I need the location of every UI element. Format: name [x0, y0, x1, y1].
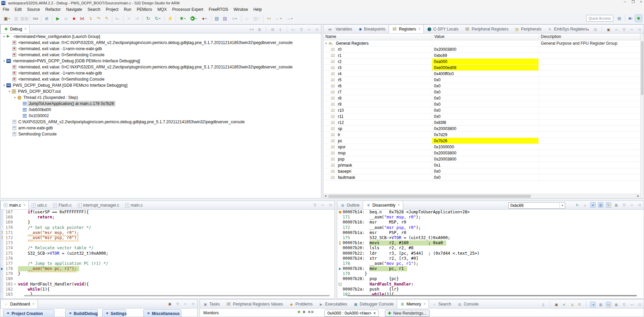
editor-tab-main-c[interactable]: cmain.c — [122, 201, 145, 209]
debug-tree-item[interactable]: 0x1030002 — [0, 113, 321, 119]
editor-tab-flash-c[interactable]: cFlash.c — [50, 201, 75, 209]
disassembly-line[interactable]: 00007b24: str r2, [r3, #0] — [337, 256, 644, 261]
editor-line[interactable]: 177 /* Jump to application PC (r1) */ — [0, 261, 335, 266]
register-row[interactable]: psp0x20003800 — [323, 156, 640, 162]
menu-navigate[interactable]: Navigate — [63, 6, 85, 13]
disassembly-line[interactable]: 00007b16: msr MSP, r0 — [337, 220, 644, 225]
last-edit-icon[interactable]: ↤ — [265, 15, 273, 22]
debug-tree-item[interactable]: <terminated, exit value: -1>arm-none-eab… — [0, 70, 321, 76]
close-icon[interactable]: × — [423, 302, 426, 306]
track-expression-icon[interactable]: ⇄ — [590, 202, 596, 208]
back-icon[interactable]: ←▾ — [273, 15, 283, 22]
relaunch-icon[interactable]: ↻ — [144, 15, 152, 22]
disassembly-line[interactable]: 00007b1e: movs r2, #160 ; 0xa0 — [337, 240, 644, 246]
debug-tree-item[interactable]: Semihosting Console — [0, 131, 321, 137]
disassembly-line[interactable]: 00007b2a: push {lr} — [337, 287, 644, 292]
expander-icon[interactable]: ▾ — [323, 42, 329, 45]
disassembly-line[interactable]: 171 __asm("msr msp, r0"); — [337, 215, 644, 220]
annotate-icon[interactable]: ▱ — [243, 15, 251, 22]
debug-tree-item[interactable]: C:\NXP\S32DS_ARM_v2.2\eclipse\plugins\co… — [0, 119, 321, 125]
minimize-view-icon[interactable]: ─ — [629, 27, 635, 32]
open-resource-icon[interactable]: ▤ — [221, 15, 229, 22]
editor-line[interactable]: 181⊖void HardFault_Handler(void){ — [0, 282, 335, 287]
tab-memory[interactable]: ▥Memory× — [397, 299, 429, 308]
terminate-icon[interactable]: ■ — [70, 15, 78, 22]
expander-icon[interactable]: ▾ — [13, 96, 17, 99]
register-row[interactable]: pc0x7b26 — [323, 138, 640, 144]
debug-tree-item[interactable]: arm-none-eabi-gdb — [0, 125, 321, 131]
tab-breakpoints[interactable]: Breakpoints — [355, 25, 388, 33]
editor-line[interactable]: 169 } — [0, 220, 335, 225]
new-wizard-icon[interactable]: ▣▾ — [2, 15, 12, 22]
debug-tree-item[interactable]: <terminated, exit value: 0>Semihosting C… — [0, 76, 321, 82]
register-row[interactable]: r30xe000ed08 — [323, 65, 640, 71]
tab-executables[interactable]: ▶Executables — [316, 300, 350, 308]
instruction-stepping-icon[interactable]: i→ — [114, 15, 121, 22]
registers-vscrollbar[interactable] — [640, 34, 644, 198]
tab-peripherals[interactable]: ▤Peripherals — [511, 25, 545, 33]
new-view-icon[interactable]: ▣ — [606, 27, 611, 32]
debug-tree-item[interactable]: ▾<terminated>PWS_DCPP_Debug [GDB PEMicro… — [0, 58, 321, 64]
tab-problems[interactable]: ◆Problems — [286, 300, 316, 308]
column-header-name[interactable]: Name — [323, 34, 432, 40]
code-editor[interactable]: 167 if(userSP == 0xFFFFFFFF){168 return;… — [0, 210, 335, 298]
debug-tree-item[interactable]: <terminated, exit value: 0>C:\NXP\S32DS_… — [0, 40, 321, 46]
maximize-view-icon[interactable]: □ — [314, 27, 320, 32]
editor-tab-interrupt-manager-c[interactable]: cinterrupt_manager.c — [75, 201, 122, 209]
disassembly-line[interactable]: 00007b26: mov pc, r1 — [337, 266, 644, 271]
tab-registers[interactable]: 10100101Registers× — [389, 24, 424, 33]
dashboard-button-settings[interactable]: Settings — [102, 309, 126, 317]
register-row[interactable]: r70x0 — [323, 89, 640, 95]
step-into-icon[interactable]: ↴ — [87, 15, 94, 22]
tab-c-spy-locals[interactable]: C-SPY Locals — [424, 25, 461, 33]
editor-line[interactable]: ?171 __asm("msr msp, r0"); — [0, 230, 335, 235]
debug-tree-item[interactable]: 0xb500bd00 — [0, 107, 321, 113]
close-icon[interactable]: × — [373, 311, 376, 316]
disassembly-address-combo[interactable]: 0xbc69 ▼ — [508, 202, 565, 209]
tab-outline[interactable]: ⊞Outline — [337, 201, 363, 209]
editor-line[interactable]: 173 — [0, 240, 335, 246]
close-button[interactable]: × — [640, 0, 642, 4]
chevron-down-icon[interactable]: ▼ — [559, 203, 565, 208]
disassembly-line[interactable]: 00007b20: lsls r2, r2, #8 — [337, 246, 644, 251]
collapse-all-registers-icon[interactable]: ⊟ — [593, 27, 598, 32]
profile-config-icon[interactable]: ●▾ — [199, 15, 209, 22]
menu-edit[interactable]: Edit — [12, 6, 24, 13]
maximize-view-icon[interactable]: □ — [637, 27, 642, 32]
register-row[interactable]: r110x0 — [323, 113, 640, 120]
memory-monitor-icon[interactable]: ▯ — [540, 302, 546, 307]
disassembly-line[interactable]: 00007b14: beq.n 0x7b28 <JumpToUserApplic… — [337, 210, 644, 215]
debug-tree-item[interactable]: ▾PWS_DCPP_Debug_RAM [GDB PEMicro Interfa… — [0, 82, 321, 88]
tab-console[interactable]: ▤Console — [454, 300, 482, 308]
resume-at-line-icon[interactable]: ⇉ — [133, 15, 141, 22]
view-menu-icon[interactable]: ▽ — [621, 202, 627, 208]
tab-tasks[interactable]: ▣Tasks — [200, 300, 223, 308]
disassembly-listing[interactable]: 00007b14: beq.n 0x7b28 <JumpToUserApplic… — [337, 210, 644, 298]
menu-processor-expert[interactable]: Processor Expert — [169, 6, 206, 13]
menu-search[interactable]: Search — [85, 6, 103, 13]
forward-icon[interactable]: →▾ — [284, 15, 294, 22]
home-location-icon[interactable]: ⌂ — [582, 202, 588, 208]
maximize-button[interactable]: ❐ — [631, 0, 635, 4]
editor-line[interactable]: 170 /* Set up stack pointer */ — [0, 225, 335, 230]
register-row[interactable]: r00x20003800 — [323, 46, 640, 52]
resume-icon[interactable]: ▶ — [54, 15, 62, 22]
expander-icon[interactable]: ▾ — [2, 84, 6, 87]
disassembly-line[interactable]: 178 __asm("mov pc, r1"); — [337, 261, 644, 266]
debug-tree-item[interactable]: JumpToUserApplication() at main.c:178 0x… — [0, 101, 321, 107]
close-icon[interactable]: × — [23, 203, 25, 207]
menu-help[interactable]: Help — [251, 6, 264, 13]
switch-memory-unit-icon[interactable]: ⇆ — [606, 302, 611, 307]
menu-project[interactable]: Project — [103, 6, 121, 13]
search-toolbar-icon[interactable]: ○▾ — [229, 15, 239, 22]
tab-disassembly[interactable]: ≣Disassembly× — [363, 200, 403, 209]
collapse-all-icon[interactable]: ⊟ — [270, 27, 275, 32]
show-source-icon[interactable]: ▥ — [598, 202, 603, 208]
minimize-view-icon[interactable]: ─ — [320, 202, 325, 208]
editor-line[interactable]: 168 return; — [0, 215, 335, 220]
menu-file[interactable]: File — [0, 6, 12, 13]
open-type-icon[interactable]: ▤ — [213, 15, 221, 22]
sync-active-context-icon[interactable]: ⇅ — [606, 202, 611, 208]
tab-debugger-console[interactable]: ▦Debugger Console — [350, 300, 397, 308]
editor-line[interactable]: 174 /* Relocate vector table */ — [0, 246, 335, 251]
